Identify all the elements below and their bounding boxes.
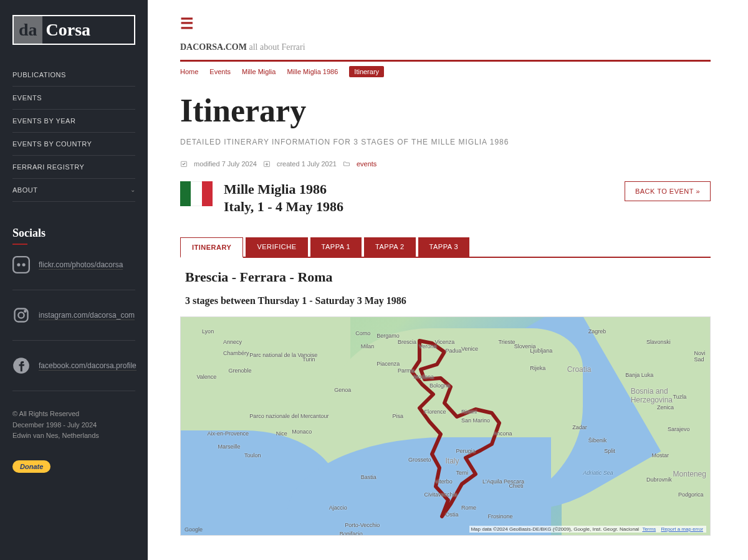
map-place-label: Genoa <box>334 387 351 393</box>
heading-underline <box>12 244 27 245</box>
map-place-label: Zenica <box>657 404 674 411</box>
folder-icon <box>343 160 350 168</box>
map-place-label: Brescia <box>398 339 416 345</box>
map-place-label: Bergamo <box>376 333 400 339</box>
map-place-label: Bastia <box>361 474 376 480</box>
map-place-label: Novi Sad <box>694 350 710 363</box>
map-terms-link[interactable]: Terms <box>642 526 656 532</box>
map-place-label: Ostia <box>446 511 459 518</box>
map-country-label: Croatia <box>567 365 592 374</box>
map-place-label: Parco nazionale del Mercantour <box>249 413 328 419</box>
map-place-label: Valence <box>196 374 216 380</box>
tab-tappa-1[interactable]: TAPPA 1 <box>310 237 362 257</box>
nav-about[interactable]: ABOUT⌄ <box>12 179 135 202</box>
map-place-label: Bologna <box>429 382 450 389</box>
nav-label: FERRARI REGISTRY <box>12 163 84 171</box>
map-credit-right: Map data ©2024 GeoBasis-DE/BKG (©2009), … <box>469 526 706 533</box>
category-link[interactable]: events <box>357 160 376 168</box>
social-facebook[interactable]: facebook.com/dacorsa.profile <box>12 357 135 391</box>
tab-itinerary[interactable]: ITINERARY <box>180 237 243 258</box>
italy-flag-icon <box>180 181 213 206</box>
map-place-label: Annecy <box>223 339 242 345</box>
logo[interactable]: da Corsa <box>12 15 135 45</box>
nav-label: EVENTS BY YEAR <box>12 117 75 125</box>
route-path-icon <box>382 335 557 534</box>
map-place-label: Sarajevo <box>668 426 690 432</box>
logo-da: da <box>14 16 42 44</box>
nav-publications[interactable]: PUBLICATIONS <box>12 64 135 87</box>
social-flickr[interactable]: flickr.com/photos/dacorsa <box>12 256 135 290</box>
map-country-label: Monteneg <box>673 470 706 478</box>
map-place-label: Banja Luka <box>625 372 653 378</box>
map-data-text: Map data ©2024 GeoBasis-DE/BKG (©2009), … <box>471 526 639 532</box>
map-place-label: Slavonski <box>646 339 671 345</box>
calendar-check-icon <box>180 160 188 168</box>
map-place-label: Vicenza <box>435 339 455 345</box>
map-place-label: Lyon <box>202 328 214 335</box>
crumb-home[interactable]: Home <box>180 68 198 75</box>
map-place-label: Parma <box>398 368 415 374</box>
map-country-label: Italy <box>446 457 459 465</box>
svg-point-5 <box>24 310 26 311</box>
meta-row: modified 7 July 2024 created 1 July 2021… <box>180 160 711 168</box>
map-place-label: Trieste <box>498 339 515 345</box>
map-place-label: Chieti <box>509 483 523 489</box>
crumb-mille-miglia-1986[interactable]: Mille Miglia 1986 <box>287 68 338 75</box>
map-place-label: Zadar <box>572 424 587 430</box>
nav-events-by-country[interactable]: EVENTS BY COUNTRY <box>12 133 135 156</box>
route-map[interactable]: LyonAnnecyChambéryGrenobleValenceParc na… <box>180 316 711 536</box>
map-place-label: Ljubljana <box>530 348 552 354</box>
map-place-label: Rome <box>461 505 476 511</box>
map-report-link[interactable]: Report a map error <box>661 526 703 532</box>
calendar-plus-icon <box>263 160 271 168</box>
hamburger-icon[interactable]: ☰ <box>180 15 711 32</box>
tab-tappa-2[interactable]: TAPPA 2 <box>364 237 416 257</box>
map-place-label: Ajaccio <box>329 505 347 511</box>
map-place-label: Monaco <box>292 429 312 435</box>
map-place-label: Venice <box>461 346 478 352</box>
map-place-label: Toulon <box>244 452 261 458</box>
social-link-text: facebook.com/dacorsa.profile <box>39 361 137 371</box>
instagram-icon <box>12 306 30 324</box>
map-place-label: Verona <box>419 343 437 349</box>
crumb-events[interactable]: Events <box>209 68 231 75</box>
brand-name: DACORSA.COM <box>180 42 247 52</box>
map-place-label: Marseille <box>218 444 240 450</box>
nav-events[interactable]: EVENTS <box>12 87 135 110</box>
event-titles: Mille Miglia 1986 Italy, 1 - 4 May 1986 <box>224 181 343 215</box>
map-country-label: Bosnia and Herzegovina <box>631 387 710 404</box>
nav-label: EVENTS BY COUNTRY <box>12 140 92 148</box>
donate-button[interactable]: Donate <box>12 460 50 473</box>
map-place-label: Ancona <box>493 430 512 437</box>
copyright-footer: © All Rights Reserved December 1998 - Ju… <box>12 409 135 442</box>
map-place-label: Viterbo <box>435 478 453 485</box>
socials-heading: Socials <box>12 227 135 240</box>
back-to-event-button[interactable]: BACK TO EVENT » <box>625 181 711 201</box>
map-place-label: Rimini <box>461 409 477 415</box>
footer-line1: © All Rights Reserved <box>12 409 135 420</box>
map-place-label: Podgorica <box>678 491 704 498</box>
social-instagram[interactable]: instagram.com/dacorsa_com <box>12 306 135 341</box>
svg-rect-0 <box>13 257 29 273</box>
social-link-text: instagram.com/dacorsa_com <box>39 311 135 320</box>
nav-events-by-year[interactable]: EVENTS BY YEAR <box>12 110 135 133</box>
flickr-icon <box>12 256 30 273</box>
map-place-label: Milan <box>361 343 375 349</box>
brand-line: DACORSA.COM all about Ferrari <box>180 42 711 52</box>
map-place-label: Nice <box>276 430 287 437</box>
tab-verifiche[interactable]: VERIFICHE <box>246 237 307 257</box>
route-title: Brescia - Ferrara - Roma <box>185 269 711 285</box>
crumb-mille-miglia[interactable]: Mille Miglia <box>242 68 276 75</box>
created-text: created 1 July 2021 <box>277 160 337 168</box>
modified-text: modified 7 July 2024 <box>194 160 257 168</box>
nav-label: ABOUT <box>12 186 37 194</box>
map-place-label: Zagreb <box>588 328 607 335</box>
svg-point-4 <box>18 312 24 318</box>
map-place-label: Aix-en-Provence <box>207 430 249 437</box>
facebook-icon <box>12 357 30 374</box>
tab-tappa-3[interactable]: TAPPA 3 <box>418 237 470 257</box>
sidebar: da Corsa PUBLICATIONS EVENTS EVENTS BY Y… <box>0 0 148 560</box>
event-subtitle: Italy, 1 - 4 May 1986 <box>224 199 343 215</box>
map-place-label: Dubrovnik <box>646 477 672 483</box>
nav-ferrari-registry[interactable]: FERRARI REGISTRY <box>12 156 135 179</box>
